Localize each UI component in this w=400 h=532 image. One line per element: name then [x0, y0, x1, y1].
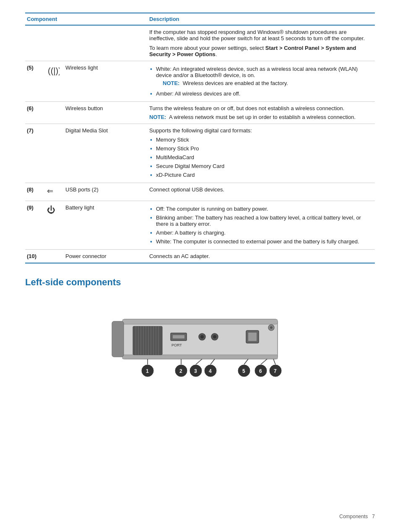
- usb-icon: ⇐: [47, 190, 57, 197]
- callout-4-text: 4: [209, 368, 212, 374]
- table-row: (7) Digital Media Slot Supports the foll…: [25, 124, 375, 183]
- battery-light-list: Off: The computer is running on battery …: [149, 204, 371, 246]
- svg-text:((|)): ((|)): [48, 66, 60, 75]
- section-title: Left-side components: [25, 277, 375, 288]
- laptop-left-cap: [112, 321, 124, 357]
- list-item: Memory Stick Pro: [149, 144, 371, 153]
- list-item: Amber: All wireless devices are off.: [149, 89, 371, 98]
- wireless-button-desc: Turns the wireless feature on or off, bu…: [149, 105, 371, 111]
- dms-intro: Supports the following digital card form…: [149, 127, 371, 134]
- row-description: Turns the wireless feature on or off, bu…: [148, 102, 375, 124]
- list-item: Memory Stick: [149, 135, 371, 144]
- footer-page-number: 7: [372, 514, 375, 519]
- callout-2-text: 2: [179, 368, 182, 374]
- table-row: (5) ((|)) Wireless light White: An integ…: [25, 61, 375, 102]
- wireless-svg: ((|)): [47, 65, 60, 76]
- callout-5-text: 5: [242, 368, 245, 374]
- list-item: Blinking amber: The battery has reached …: [149, 213, 371, 228]
- row-description: If the computer has stopped responding a…: [148, 25, 375, 61]
- list-item: xD-Picture Card: [149, 170, 371, 179]
- laptop-illustration: PORT 1 2 3: [99, 296, 301, 380]
- port-card-slot-inner: [173, 335, 184, 338]
- port-button-inner: [270, 326, 273, 329]
- component-name-header: [64, 13, 148, 25]
- desc-para-2: To learn more about your power settings,…: [149, 45, 371, 57]
- callout-7-text: 7: [274, 368, 277, 374]
- component-header: Component: [25, 13, 64, 25]
- row-icon: ⇐: [45, 183, 64, 201]
- callout-3-line: [196, 359, 202, 364]
- usb-desc: Connect optional USB devices.: [149, 186, 371, 193]
- row-description: Connects an AC adapter.: [148, 250, 375, 263]
- row-component-name: [64, 25, 148, 61]
- row-icon: [45, 250, 64, 263]
- callout-5-line: [244, 359, 248, 364]
- battery-svg: ⏻: [47, 204, 57, 214]
- list-item: Off: The computer is running on battery …: [149, 204, 371, 213]
- note-label: NOTE:: [163, 80, 179, 86]
- callout-6-text: 6: [259, 368, 262, 374]
- row-num: (5): [25, 61, 45, 102]
- laptop-vent-area: [133, 326, 162, 355]
- svg-text:⏻: ⏻: [47, 205, 55, 214]
- row-num: (9): [25, 201, 45, 250]
- row-num: (8): [25, 183, 45, 201]
- list-item: White: The computer is connected to exte…: [149, 237, 371, 246]
- list-item: White: An integrated wireless device, su…: [149, 65, 371, 89]
- row-icon: [45, 102, 64, 124]
- components-table: Component Description If the computer ha…: [25, 13, 375, 263]
- usb-svg: ⇐: [47, 186, 57, 196]
- battery-light-icon: ⏻: [47, 208, 57, 216]
- note-label: NOTE:: [149, 114, 166, 120]
- row-description: White: An integrated wireless device, su…: [148, 61, 375, 102]
- row-description: Connect optional USB devices.: [148, 183, 375, 201]
- table-row: (8) ⇐ USB ports (2) Connect optional USB…: [25, 183, 375, 201]
- row-component-name: Digital Media Slot: [64, 124, 148, 183]
- power-connector-desc: Connects an AC adapter.: [149, 253, 371, 259]
- row-num: (7): [25, 124, 45, 183]
- description-header: Description: [148, 13, 375, 25]
- note-block: NOTE: A wireless network must be set up …: [149, 114, 371, 120]
- row-component-name: Wireless button: [64, 102, 148, 124]
- svg-text:⇐: ⇐: [47, 187, 53, 195]
- callout-3-text: 3: [194, 368, 197, 374]
- bold-text: Start > Control Panel > System and Secur…: [149, 45, 356, 57]
- row-num: (10): [25, 250, 45, 263]
- row-component-name: Battery light: [64, 201, 148, 250]
- dms-formats-list: Memory Stick Memory Stick Pro MultiMedia…: [149, 135, 371, 179]
- table-row: (6) Wireless button Turns the wireless f…: [25, 102, 375, 124]
- list-item: Amber: A battery is charging.: [149, 228, 371, 237]
- desc-para-1: If the computer has stopped responding a…: [149, 29, 371, 41]
- table-row: If the computer has stopped responding a…: [25, 25, 375, 61]
- list-item: Secure Digital Memory Card: [149, 162, 371, 170]
- row-num: (6): [25, 102, 45, 124]
- laptop-top-edge: [122, 319, 278, 324]
- callout-7-line: [273, 359, 275, 364]
- port-round-inner-2: [213, 335, 216, 338]
- row-icon: [45, 124, 64, 183]
- page-footer: Components 7: [339, 514, 375, 519]
- port-round-inner-1: [200, 335, 204, 338]
- row-component-name: Wireless light: [64, 61, 148, 102]
- left-side-section: Left-side components: [25, 277, 375, 380]
- note-block: NOTE: Wireless devices are enabled at th…: [163, 80, 371, 86]
- row-icon: ⏻: [45, 201, 64, 250]
- laptop-bottom-edge: [122, 355, 278, 359]
- row-component-name: Power connector: [64, 250, 148, 263]
- wireless-light-icon: ((|)): [47, 65, 60, 78]
- table-row: (9) ⏻ Battery light Off: The computer is…: [25, 201, 375, 250]
- callout-6-line: [261, 359, 267, 364]
- callout-4-line: [210, 359, 215, 364]
- wireless-light-list: White: An integrated wireless device, su…: [149, 65, 371, 98]
- row-description: Supports the following digital card form…: [148, 124, 375, 183]
- row-component-name: USB ports (2): [64, 183, 148, 201]
- table-row: (10) Power connector Connects an AC adap…: [25, 250, 375, 263]
- footer-section-label: Components: [339, 514, 368, 519]
- row-description: Off: The computer is running on battery …: [148, 201, 375, 250]
- laptop-illustration-container: PORT 1 2 3: [99, 296, 301, 380]
- row-icon: [45, 25, 64, 61]
- port-label: PORT: [171, 343, 182, 347]
- list-item: MultiMediaCard: [149, 153, 371, 162]
- row-num: [25, 25, 45, 61]
- callout-1-text: 1: [146, 368, 149, 374]
